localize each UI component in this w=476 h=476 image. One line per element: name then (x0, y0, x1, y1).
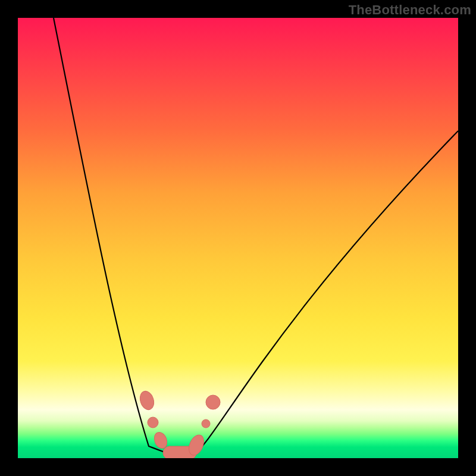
valley-markers (138, 389, 220, 458)
plot-area (18, 18, 458, 458)
chart-frame: TheBottleneck.com (0, 0, 476, 476)
watermark-text: TheBottleneck.com (349, 2, 471, 18)
marker-6 (206, 395, 220, 409)
marker-1 (148, 417, 158, 428)
curve-left-branch (54, 18, 173, 455)
curve-right-branch (193, 131, 458, 455)
marker-0 (138, 389, 156, 411)
marker-5 (202, 419, 210, 428)
curves-svg (18, 18, 458, 458)
